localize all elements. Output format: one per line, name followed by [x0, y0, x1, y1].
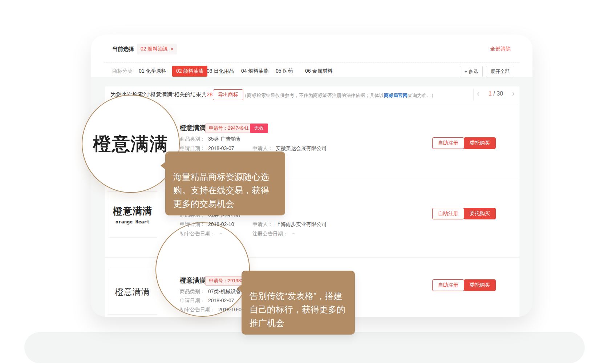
clear-all-button[interactable]: 全部清除 [490, 46, 511, 52]
tooltip-arrow-icon [161, 162, 166, 170]
current-selection-label: 当前选择 [112, 46, 134, 53]
apply-date-line: 申请日期：2018-02-07 [180, 298, 234, 304]
trademark-image[interactable]: 橙意满满 [108, 269, 157, 315]
header-divider [104, 62, 519, 63]
first-pub-line: 初审公告日期：2018-10-06 [180, 307, 244, 313]
category-label: 商品类别： [180, 288, 205, 294]
laptop-base [24, 332, 585, 363]
category-line: 商品类别：07类-机械设备 [180, 288, 241, 295]
applicant-line: 申请人：上海雨步实业有限公司 [252, 221, 327, 228]
reg-pub-label: 注册公告日期： [252, 231, 288, 236]
filter-tag-label: 02 颜料油漆 [141, 46, 168, 52]
apply-date-label: 申请日期： [180, 298, 205, 303]
selected-filter-tag[interactable]: 02 颜料油漆 × [137, 44, 177, 54]
status-badge: 无效 [250, 124, 268, 133]
apply-date-value: 2018-02-07 [208, 298, 234, 303]
disclaimer-prefix: （商标检索结果仅供参考，不作为商标能否注册的法律依据；具体以 [242, 93, 384, 98]
trademark-image-subtext: orange Heart [115, 219, 150, 225]
first-pub-value: － [218, 231, 223, 236]
category-04[interactable]: 04 燃料油脂 [241, 68, 268, 74]
app-no-label: 申请号： [209, 278, 228, 283]
entrust-buy-button[interactable]: 委托购买 [464, 279, 496, 291]
category-label: 商品类别： [180, 136, 205, 142]
application-number-badge: 申请号：29474941 [205, 124, 252, 133]
apply-date-line: 申请日期：2018-02-10 [180, 221, 234, 228]
apply-date-value: 2018-02-10 [208, 221, 234, 227]
tooltip-promotion: 告别传统“发表格”，搭建 自己的标行，获得更多的 推广机会 [242, 271, 355, 335]
category-02-selected[interactable]: 02 颜料油漆 [172, 66, 207, 77]
trademark-office-link[interactable]: 商标局官网 [384, 93, 408, 98]
self-register-button[interactable]: 自助注册 [432, 137, 464, 149]
first-pub-line: 初审公告日期：－ [180, 231, 223, 237]
apply-date-label: 申请日期： [180, 221, 205, 227]
results-count: 28 [207, 91, 213, 97]
self-register-button[interactable]: 自助注册 [432, 208, 464, 219]
tooltip-arrow-icon [237, 284, 242, 292]
toolbar-divider [473, 89, 474, 101]
expand-all-button[interactable]: 展开全部 [486, 66, 514, 77]
tooltip-marketplace: 海量精品商标资源随心选 购。支持在线交易，获得 更多的交易机会 [165, 151, 285, 215]
apply-date-value: 2018-03-07 [208, 145, 234, 151]
pagination: ‹ 1 / 30 › [477, 90, 515, 97]
first-pub-label: 初审公告日期： [180, 307, 215, 312]
total-pages: 30 [497, 90, 503, 97]
trademark-name[interactable]: 橙意满满 [180, 124, 206, 132]
entrust-buy-button[interactable]: 委托购买 [464, 208, 496, 219]
category-03[interactable]: 03 日化用品 [207, 68, 234, 74]
category-value: 07类-机械设备 [208, 288, 241, 294]
applicant-value: 安徽美达会展有限公司 [276, 145, 327, 151]
category-01[interactable]: 01 化学原料 [139, 68, 166, 74]
next-page-icon[interactable]: › [512, 91, 515, 97]
app-no-value: 29474941 [228, 125, 249, 131]
entrust-buy-button[interactable]: 委托购买 [464, 137, 496, 149]
trademark-image-text: 橙意满满 [113, 205, 152, 218]
applicant-label: 申请人： [252, 221, 273, 227]
filter-header: 当前选择 02 颜料油漆 × 全部清除 商标分类 01 化学原料 02 颜料油漆… [91, 35, 532, 77]
results-toolbar: 为您此次检索到“橙意满满”相关的结果共28 个 导出商标 （商标检索结果仅供参考… [105, 86, 519, 103]
remove-tag-icon[interactable]: × [170, 46, 173, 52]
apply-date-line: 申请日期：2018-03-07 [180, 145, 234, 152]
reg-pub-line: 注册公告日期：－ [252, 231, 296, 237]
disclaimer-suffix: 查询为准。） [408, 93, 436, 98]
category-value: 35类-广告销售 [208, 136, 241, 142]
reg-pub-value: － [291, 231, 296, 236]
category-05[interactable]: 05 医药 [276, 68, 293, 74]
page-indicator: 1 / 30 [489, 90, 503, 97]
export-trademark-button[interactable]: 导出商标 [213, 89, 243, 100]
current-page: 1 [489, 90, 492, 97]
applicant-label: 申请人： [252, 145, 273, 151]
app-no-label: 申请号： [209, 125, 228, 131]
tooltip-text: 告别传统“发表格”，搭建 自己的标行，获得更多的 推广机会 [250, 291, 345, 328]
trademark-name[interactable]: 橙意满满 [180, 276, 206, 285]
category-06[interactable]: 06 金属材料 [305, 68, 332, 74]
first-pub-value: 2018-10-06 [218, 307, 244, 312]
page-separator: / [493, 90, 495, 97]
magnified-trademark-text: 橙意满满 [93, 132, 169, 156]
disclaimer-text: （商标检索结果仅供参考，不作为商标能否注册的法律依据；具体以商标局官网查询为准。… [242, 92, 436, 99]
first-pub-label: 初审公告日期： [180, 231, 215, 236]
apply-date-label: 申请日期： [180, 145, 205, 151]
trademark-image[interactable]: 橙意满满 orange Heart [108, 191, 157, 238]
tooltip-text: 海量精品商标资源随心选 购。支持在线交易，获得 更多的交易机会 [173, 172, 269, 209]
applicant-value: 上海雨步实业有限公司 [276, 221, 327, 227]
applicant-line: 申请人：安徽美达会展有限公司 [252, 145, 327, 152]
trademark-image-text: 橙意满满 [115, 286, 150, 298]
self-register-button[interactable]: 自助注册 [432, 279, 464, 291]
prev-page-icon[interactable]: ‹ [477, 91, 479, 97]
category-line: 商品类别：35类-广告销售 [180, 136, 241, 142]
multi-select-button[interactable]: + 多选 [460, 66, 483, 77]
category-row-label: 商标分类 [112, 68, 133, 74]
